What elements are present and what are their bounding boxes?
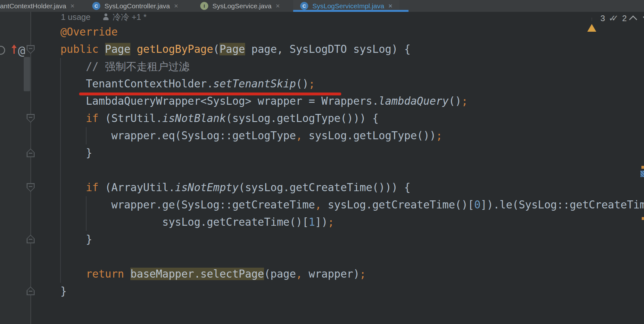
method-inlay-hints[interactable]: 1 usage 冷冷 +1 * <box>61 12 147 22</box>
typo-count: 2 <box>622 13 627 23</box>
code-token: , <box>296 268 302 280</box>
editor-tab-bar: antContextHolder.java × C SysLogControll… <box>0 0 644 12</box>
code-token: public <box>60 43 105 55</box>
code-token: baseMapper.selectPage <box>130 268 264 280</box>
code-token: lambdaQuery <box>379 95 449 107</box>
code-token: ; <box>436 129 442 142</box>
code-line[interactable]: // 强制不走租户过滤 <box>35 58 644 75</box>
red-underline-annotation <box>79 93 341 95</box>
close-icon[interactable]: × <box>388 3 392 10</box>
tab-label: SysLogService.java <box>212 2 271 10</box>
code-token: setTenantSkip <box>213 77 296 90</box>
code-token: ; <box>309 77 315 90</box>
close-icon[interactable]: × <box>70 3 75 10</box>
typo-checks-icon[interactable]: ✓✓ <box>608 13 618 23</box>
code-token: TenantContextHolder. <box>86 77 213 90</box>
code-line[interactable]: public Page getLogByPage(Page page, SysL… <box>35 41 644 58</box>
code-token: ]).le(SysLog::getCreateTim <box>481 198 644 211</box>
tab-tenantcontextholder[interactable]: antContextHolder.java × <box>0 0 75 12</box>
class-icon: C <box>92 2 100 10</box>
tab-label: SysLogServiceImpl.java <box>312 2 384 10</box>
code-token: 1 <box>309 216 315 228</box>
code-token: sysLog.getCreateTime()[ <box>162 216 309 228</box>
code-token: @Override <box>60 26 118 38</box>
code-token: ( <box>213 43 219 55</box>
code-token: return <box>86 268 130 280</box>
code-line[interactable] <box>35 248 644 265</box>
overrides-method-icon[interactable] <box>12 45 17 54</box>
vcs-change-marker[interactable] <box>24 57 30 91</box>
code-line[interactable]: wrapper.ge(SysLog::getCreateTime, sysLog… <box>35 196 644 214</box>
code-author-hint[interactable]: 冷冷 +1 * <box>113 12 147 23</box>
interface-icon: I <box>200 2 208 10</box>
code-token: sysLog.getCreateTime()[ <box>321 198 474 211</box>
code-editor-text[interactable]: @Overridepublic Page getLogByPage(Page p… <box>35 23 644 300</box>
code-token: // 强制不走租户过滤 <box>86 60 190 73</box>
code-token <box>130 43 137 55</box>
code-token: } <box>86 233 92 246</box>
code-token: (page <box>264 268 296 280</box>
annotation-gutter-icon[interactable]: @ <box>18 44 25 58</box>
code-line[interactable]: sysLog.getCreateTime()[1]); <box>35 214 644 231</box>
warning-icon[interactable]: ! <box>587 14 597 22</box>
code-token: getLogByPage <box>137 43 213 55</box>
gutter-separator <box>30 12 31 324</box>
code-line[interactable]: if (StrUtil.isNotBlank(sysLog.getLogType… <box>35 110 644 127</box>
code-line[interactable]: if (ArrayUtil.isNotEmpty(sysLog.getCreat… <box>35 179 644 196</box>
code-token: page, SysLogDTO sysLog) { <box>245 43 411 55</box>
code-token: if <box>86 112 105 125</box>
fold-end-icon[interactable] <box>27 149 35 157</box>
code-line[interactable]: @Override <box>35 23 644 41</box>
class-icon: C <box>300 2 308 10</box>
code-token: 0 <box>474 198 481 211</box>
code-line[interactable]: wrapper.eq(SysLog::getLogType, sysLog.ge… <box>35 127 644 144</box>
tab-syslogcontroller[interactable]: C SysLogController.java × <box>92 0 178 12</box>
ide-window: antContextHolder.java × C SysLogControll… <box>0 0 644 324</box>
clipped-edge-stripe <box>640 171 644 177</box>
author-icon <box>102 13 110 21</box>
code-token: } <box>60 285 67 297</box>
code-token: sysLog.getLogType()) <box>302 129 436 142</box>
code-token: Page <box>219 43 245 55</box>
tab-label: antContextHolder.java <box>0 2 66 10</box>
code-token: () <box>449 95 461 107</box>
tab-syslogservice[interactable]: I SysLogService.java × <box>200 0 280 12</box>
code-token: (sysLog.getLogType())) { <box>226 112 379 125</box>
clipped-edge-mark <box>642 217 644 220</box>
code-line[interactable] <box>35 162 644 179</box>
warning-count: 3 <box>600 13 605 23</box>
code-line[interactable]: } <box>35 283 644 300</box>
next-problem-chevron-icon[interactable] <box>643 13 644 21</box>
clipped-edge-mark <box>641 166 644 169</box>
active-tab-underline <box>293 10 409 12</box>
close-icon[interactable]: × <box>276 3 280 10</box>
fold-start-icon[interactable] <box>27 183 35 192</box>
code-line[interactable]: TenantContextHolder.setTenantSkip(); <box>35 75 644 93</box>
code-token: ; <box>461 95 468 107</box>
code-token: ]) <box>315 216 328 228</box>
code-token: , <box>315 198 321 211</box>
code-token: isNotBlank <box>162 112 226 125</box>
fold-end-icon[interactable] <box>27 287 35 295</box>
code-token: , <box>296 129 302 142</box>
code-token: LambdaQueryWrapper<SysLog> wrapper = Wra… <box>86 95 379 107</box>
code-token: (sysLog.getCreateTime())) { <box>239 181 410 194</box>
usages-hint[interactable]: 1 usage <box>61 12 91 22</box>
code-line[interactable]: } <box>35 231 644 248</box>
previous-problem-chevron-icon[interactable] <box>629 15 637 23</box>
code-token: Page <box>105 43 130 55</box>
code-token: () <box>296 77 309 90</box>
code-token: (ArrayUtil. <box>105 181 175 194</box>
close-icon[interactable]: × <box>174 3 178 10</box>
code-token: if <box>86 181 105 194</box>
code-token: isNotEmpty <box>175 181 239 194</box>
code-token: (StrUtil. <box>105 112 162 125</box>
code-token: ; <box>359 268 366 280</box>
fold-end-icon[interactable] <box>27 235 35 243</box>
code-line[interactable]: } <box>35 144 644 162</box>
code-token: wrapper) <box>302 268 359 280</box>
fold-start-icon[interactable] <box>27 45 35 54</box>
code-line[interactable]: return baseMapper.selectPage(page, wrapp… <box>35 265 644 283</box>
fold-start-icon[interactable] <box>27 114 35 123</box>
code-token: wrapper.ge(SysLog::getCreateTime <box>111 198 315 211</box>
